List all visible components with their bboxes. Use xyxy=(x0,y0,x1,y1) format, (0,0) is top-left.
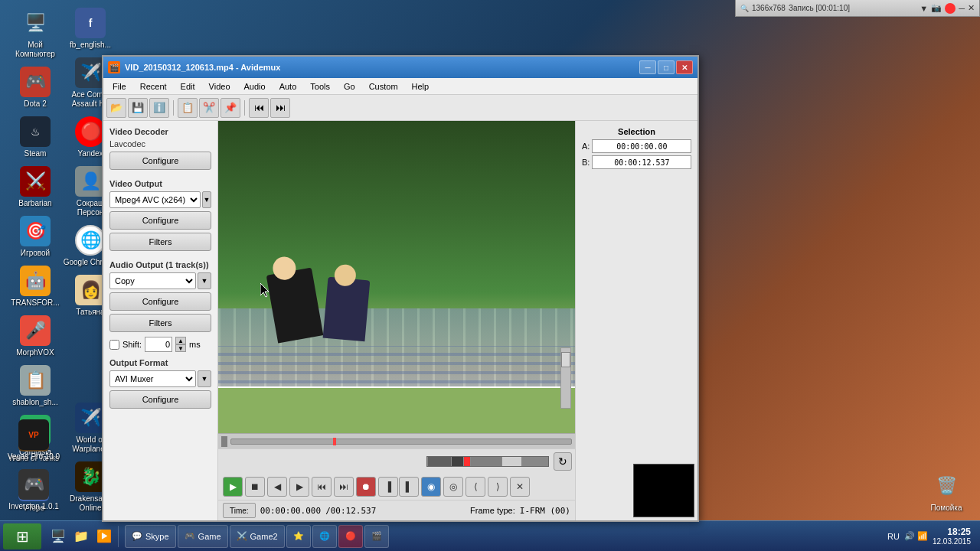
icon-recycle[interactable]: 🗑️ Помойка xyxy=(919,471,974,513)
next-frame-button[interactable]: ▶ xyxy=(289,477,309,497)
next-keyframe-button[interactable]: ⏭ xyxy=(334,477,354,497)
icon-transformer[interactable]: 🤖 TRANSFOR... xyxy=(8,266,63,308)
timeline-marker xyxy=(333,438,336,445)
icon-vegas-pro[interactable]: VP Vegas Pro 10.0 xyxy=(6,419,61,461)
prev-frame-button[interactable]: ◀ xyxy=(267,477,287,497)
shift-input[interactable] xyxy=(145,337,172,352)
menu-video[interactable]: Video xyxy=(203,80,237,93)
shift-unit: ms xyxy=(189,340,201,349)
menu-auto[interactable]: Auto xyxy=(273,80,303,93)
toolbar-preview-out[interactable]: ⏭ xyxy=(270,98,290,118)
left-panel: Video Decoder Lavcodec Configure Video O… xyxy=(103,121,218,520)
delete-button[interactable]: ✕ xyxy=(510,477,530,497)
icon-morphvox[interactable]: 🎤 MorphVOX xyxy=(8,315,63,357)
video-output-arrow[interactable]: ▼ xyxy=(202,191,211,208)
close-button[interactable]: ✕ xyxy=(676,60,693,74)
selection-container: Selection A: B: xyxy=(579,124,694,172)
selection-a-input[interactable] xyxy=(592,139,691,153)
icon-steam[interactable]: ♨ Steam xyxy=(8,116,63,158)
mark-a-button[interactable]: ◉ xyxy=(421,477,441,497)
play-button[interactable]: ▶ xyxy=(223,477,243,497)
toolbar-paste[interactable]: 📌 xyxy=(220,98,240,118)
stop-button[interactable]: ⏹ xyxy=(245,477,265,497)
menu-custom[interactable]: Custom xyxy=(363,80,404,93)
icon-fb-english[interactable]: f fb_english... xyxy=(63,8,118,50)
audio-output-configure[interactable]: Configure xyxy=(109,292,211,311)
segment-buttons: ▐ ▌ xyxy=(378,477,419,497)
icon-inversion[interactable]: 🎮 Inversion 1.0.1 xyxy=(6,469,61,511)
icon-igrovoye[interactable]: 🎯 Игровой xyxy=(8,216,63,258)
video-output-configure[interactable]: Configure xyxy=(109,211,211,230)
segment-b-button[interactable]: ▌ xyxy=(399,477,419,497)
sel-b-label: B: xyxy=(582,158,590,167)
toolbar-copy[interactable]: 📋 xyxy=(178,98,198,118)
desktop-right-icons: 🗑️ Помойка xyxy=(919,471,974,513)
toolbar-cut[interactable]: ✂️ xyxy=(199,98,219,118)
taskbar-explorer[interactable]: 🖥️ xyxy=(47,526,69,547)
taskbar-bookmark[interactable]: ⭐ xyxy=(286,525,311,548)
taskbar-record[interactable]: 🔴 xyxy=(338,525,363,548)
output-format-arrow[interactable]: ▼ xyxy=(198,370,211,387)
icon-barbarian[interactable]: ⚔️ Barbarian xyxy=(8,166,63,208)
menu-tools[interactable]: Tools xyxy=(304,80,336,93)
avidemux-window: 🎬 VID_20150312_120613.mp4 - Avidemux ─ □… xyxy=(102,55,699,522)
shift-spinner: ▲ ▼ xyxy=(175,337,186,352)
audio-output-dropdown-row: Copy ▼ xyxy=(109,272,211,289)
icon-shablon[interactable]: 📋 shablon_sh... xyxy=(8,365,63,407)
output-format-configure[interactable]: Configure xyxy=(109,390,211,409)
minimize-button[interactable]: ─ xyxy=(639,60,656,74)
video-output-filters[interactable]: Filters xyxy=(109,233,211,251)
quick-launch: 🖥️ 📁 ▶️ xyxy=(44,526,119,547)
menu-file[interactable]: File xyxy=(106,80,132,93)
menu-help[interactable]: Help xyxy=(406,80,436,93)
icon-my-computer[interactable]: 🖥️ Мой Компьютер xyxy=(8,8,63,59)
timeline-bar[interactable] xyxy=(230,439,572,445)
selection-b-input[interactable] xyxy=(592,155,691,169)
frame-type-label: Frame type: xyxy=(470,506,515,515)
goto-b-button[interactable]: ⟩ xyxy=(488,477,508,497)
timeline-handle[interactable] xyxy=(221,436,227,447)
video-decoder-configure[interactable]: Configure xyxy=(109,152,211,170)
rec-close[interactable]: ✕ xyxy=(968,3,975,13)
output-format-dropdown-row: AVI Muxer ▼ xyxy=(109,370,211,387)
audio-output-filters[interactable]: Filters xyxy=(109,314,211,332)
shift-row: Shift: ▲ ▼ ms xyxy=(109,337,211,352)
shift-up[interactable]: ▲ xyxy=(175,337,186,344)
menu-recent[interactable]: Recent xyxy=(134,80,173,93)
toolbar-info[interactable]: ℹ️ xyxy=(149,98,169,118)
refresh-button[interactable]: ↻ xyxy=(554,452,572,471)
taskbar-skype[interactable]: 💬Skype xyxy=(125,525,176,548)
goto-a-button[interactable]: ⟨ xyxy=(466,477,485,497)
video-output-select[interactable]: Mpeg4 AVC (x264) xyxy=(109,191,201,208)
toolbar-save[interactable]: 💾 xyxy=(128,98,148,118)
icon-dota2[interactable]: 🎮 Dota 2 xyxy=(8,67,63,109)
prev-keyframe-button[interactable]: ⏮ xyxy=(312,477,332,497)
menu-audio[interactable]: Audio xyxy=(238,80,272,93)
taskbar-game2[interactable]: ⚔️Game2 xyxy=(230,525,285,548)
taskbar-folder[interactable]: 📁 xyxy=(70,526,92,547)
taskbar-media[interactable]: ▶️ xyxy=(93,526,115,547)
taskbar-video[interactable]: 🎬 xyxy=(364,525,389,548)
taskbar-chrome[interactable]: 🌐 xyxy=(312,525,337,548)
maximize-button[interactable]: □ xyxy=(658,60,675,74)
taskbar-game1[interactable]: 🎮Game xyxy=(178,525,228,548)
time-button[interactable]: Time: xyxy=(223,503,256,518)
segment-a-button[interactable]: ▐ xyxy=(378,477,398,497)
mark-b-button[interactable]: ◎ xyxy=(443,477,463,497)
shift-checkbox[interactable] xyxy=(109,340,119,350)
record-button[interactable]: ⏺ xyxy=(356,477,376,497)
vertical-slider[interactable] xyxy=(560,347,571,409)
audio-output-arrow[interactable]: ▼ xyxy=(198,272,211,289)
toolbar-preview-in[interactable]: ⏮ xyxy=(249,98,269,118)
frame-type-display: I-FRM (00) xyxy=(520,506,570,516)
menu-edit[interactable]: Edit xyxy=(175,80,201,93)
menu-go[interactable]: Go xyxy=(338,80,361,93)
shift-down[interactable]: ▼ xyxy=(175,344,186,352)
rec-minimize[interactable]: ─ xyxy=(959,4,965,13)
audio-output-select[interactable]: Copy xyxy=(109,272,196,289)
toolbar-open[interactable]: 📂 xyxy=(106,98,126,118)
progress-seg-marker xyxy=(464,457,470,466)
output-format-select[interactable]: AVI Muxer xyxy=(109,370,196,387)
progress-seg-4 xyxy=(502,457,521,466)
start-button[interactable]: ⊞ xyxy=(3,523,41,549)
